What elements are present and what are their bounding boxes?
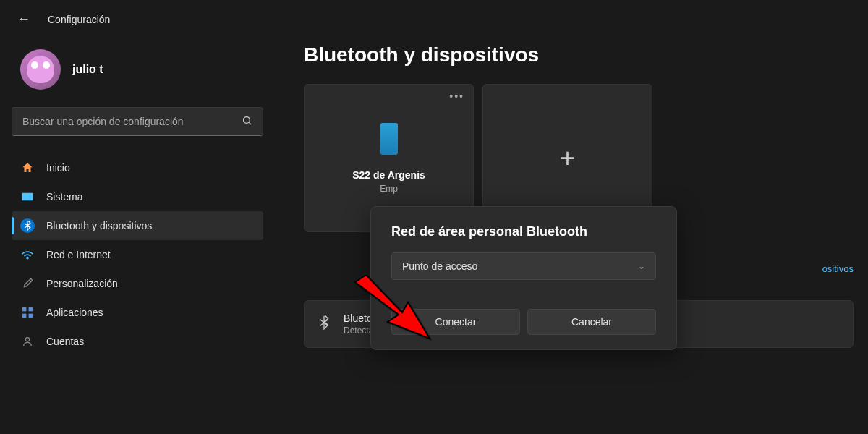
sidebar: julio t Buscar una opción de configuraci… [0, 43, 275, 356]
cancel-button[interactable]: Cancelar [527, 309, 656, 335]
search-input[interactable]: Buscar una opción de configuración [12, 107, 263, 136]
brush-icon [20, 276, 35, 291]
back-arrow-icon[interactable]: ← [17, 12, 30, 27]
app-header: ← Configuración [0, 0, 868, 38]
avatar [20, 49, 61, 90]
sidebar-item-inicio[interactable]: Inicio [12, 153, 263, 182]
svg-line-1 [249, 122, 251, 124]
sidebar-item-label: Personalización [46, 278, 118, 289]
sidebar-item-bluetooth[interactable]: Bluetooth y dispositivos [12, 211, 263, 240]
svg-rect-2 [22, 193, 33, 201]
dialog-title: Red de área personal Bluetooth [391, 224, 656, 239]
more-icon[interactable]: ••• [449, 90, 464, 102]
sidebar-item-label: Cuentas [46, 336, 84, 347]
search-icon [242, 115, 252, 128]
sidebar-item-label: Sistema [46, 191, 83, 203]
svg-rect-7 [29, 314, 33, 318]
sidebar-item-sistema[interactable]: Sistema [12, 182, 263, 211]
page-title: Bluetooth y dispositivos [304, 43, 854, 67]
sidebar-item-personalizacion[interactable]: Personalización [12, 269, 263, 298]
nav-list: Inicio Sistema Bluetooth y dispositivos … [12, 153, 263, 356]
header-title: Configuración [48, 14, 110, 25]
dropdown-selected: Punto de acceso [402, 260, 477, 272]
phone-icon [380, 123, 398, 155]
device-name: S22 de Argenis [352, 169, 425, 181]
system-icon [20, 190, 35, 204]
user-profile[interactable]: julio t [12, 43, 263, 107]
svg-rect-5 [29, 307, 33, 312]
svg-point-0 [244, 117, 250, 124]
bluetooth-pan-dialog: Red de área personal Bluetooth Punto de … [370, 206, 677, 350]
sidebar-item-red[interactable]: Red e Internet [12, 240, 263, 269]
username: julio t [72, 63, 103, 76]
sidebar-item-label: Bluetooth y dispositivos [46, 220, 152, 231]
search-placeholder: Buscar una opción de configuración [22, 116, 184, 127]
accounts-icon [20, 334, 35, 349]
connect-button[interactable]: Conectar [391, 309, 520, 335]
svg-rect-4 [22, 307, 27, 312]
dialog-buttons: Conectar Cancelar [391, 309, 656, 335]
sidebar-item-aplicaciones[interactable]: Aplicaciones [12, 298, 263, 327]
access-point-dropdown[interactable]: Punto de acceso ⌄ [391, 252, 656, 280]
chevron-down-icon: ⌄ [638, 261, 645, 271]
plus-icon: + [560, 143, 575, 174]
apps-icon [20, 305, 35, 320]
wifi-icon [20, 247, 35, 262]
home-icon [20, 161, 35, 175]
svg-point-3 [27, 257, 28, 258]
bluetooth-icon [20, 218, 35, 233]
sidebar-item-label: Inicio [46, 162, 70, 174]
more-devices-link[interactable]: ositivos [822, 263, 854, 274]
bluetooth-icon [319, 315, 329, 333]
device-status: Emp [380, 184, 398, 194]
sidebar-item-label: Red e Internet [46, 249, 111, 260]
sidebar-item-cuentas[interactable]: Cuentas [12, 327, 263, 356]
sidebar-item-label: Aplicaciones [46, 307, 103, 318]
svg-rect-6 [22, 314, 27, 318]
svg-point-8 [25, 338, 29, 341]
